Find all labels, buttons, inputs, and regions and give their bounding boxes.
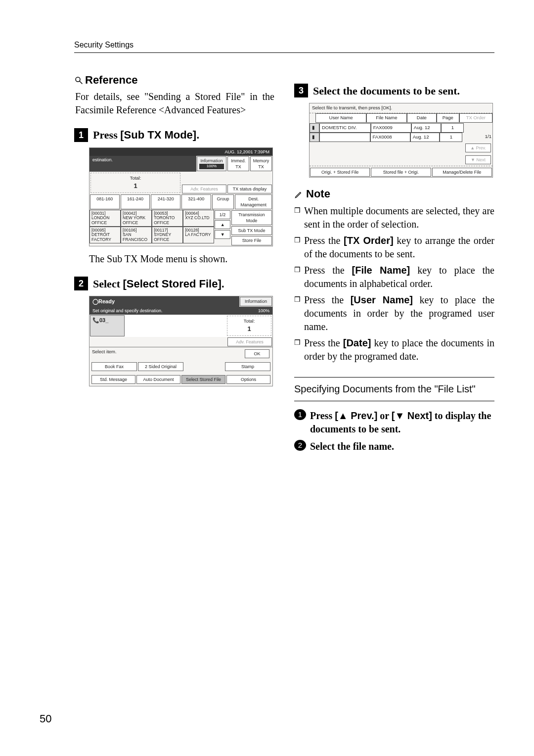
ss2-book-fax[interactable]: Book Fax — [91, 362, 137, 371]
ss3-row2-user[interactable] — [319, 133, 370, 142]
step3-text: Select the documents to be sent. — [313, 84, 460, 98]
ss1-dest-00095[interactable]: [00095]DETROIT FACTORY — [89, 227, 121, 243]
left-column: Reference For details, see "Sending a St… — [74, 73, 274, 457]
ss1-dest-00031[interactable]: [00031]LONDON OFFICE — [89, 210, 121, 227]
ss3-row1-page: 1 — [441, 123, 464, 133]
step2-button-label: [Select Stored File]. — [123, 278, 224, 290]
ss2-select-stored-file[interactable]: Select Stored File — [181, 375, 225, 384]
ss3-row2-check[interactable]: ▮ — [310, 133, 319, 142]
ss2-adv-features[interactable]: Adv. Features — [227, 337, 272, 346]
ss3-origi-plus-stored[interactable]: Origi. + Stored File — [310, 168, 370, 177]
step2-prefix: Select — [93, 278, 123, 290]
ss1-store-file[interactable]: Store File — [231, 236, 272, 245]
ss3-row1-check[interactable]: ▮ — [310, 123, 319, 133]
ss2-options[interactable]: Options — [226, 375, 270, 384]
ss3-col-page[interactable]: Page — [437, 113, 459, 123]
step-number-3: 3 — [294, 84, 308, 97]
ss3-col-file[interactable]: File Name — [366, 113, 407, 123]
ss3-row1-date: Aug. 12 — [411, 123, 441, 133]
ss2-select-item: Select item. — [92, 349, 117, 359]
ss1-total: Total: 1 — [90, 173, 180, 192]
ss3-row2-date: Aug. 12 — [410, 133, 440, 142]
ss1-dest-00106[interactable]: [00106]SAN FRANCISCO — [121, 227, 152, 243]
ss1-dest-00064[interactable]: [00064]XYZ CO.LTD — [183, 210, 214, 227]
ss3-prev[interactable]: ▲ Prev. — [465, 143, 491, 152]
ss3-row2-file: FAX0008 — [370, 133, 410, 142]
ss2-stamp[interactable]: Stamp — [225, 362, 270, 371]
ss3-row2-page: 1 — [440, 133, 462, 142]
ss1-pager: 1/2 — [215, 210, 230, 219]
circle-2-icon: 2 — [294, 440, 306, 451]
ss1-adv-features[interactable]: Adv. Features — [182, 185, 226, 193]
reference-heading: Reference — [74, 73, 274, 88]
page-number: 50 — [40, 711, 51, 726]
page-header: Security Settings — [74, 40, 494, 53]
screenshot-file-list: Select file to transmit, then press [OK]… — [309, 103, 493, 178]
note-item-5: ❒Press the [Date] key to place the docum… — [294, 336, 494, 363]
ss2-information[interactable]: Information — [240, 297, 272, 306]
step1-prefix: Press — [93, 129, 120, 141]
pencil-icon — [294, 190, 303, 199]
ss1-information[interactable]: Information100% — [197, 156, 226, 171]
reference-body: For details, see "Sending a Stored File"… — [75, 90, 274, 117]
ss1-page-down[interactable]: ▼ — [215, 230, 230, 239]
ss2-instruction: Set original and specify destination.100… — [89, 307, 272, 315]
ss3-manage-delete-file[interactable]: Manage/Delete File — [432, 168, 492, 177]
ss3-col-user[interactable]: User Name — [315, 113, 366, 123]
step-number-1: 1 — [74, 128, 88, 142]
ss2-dial-input[interactable]: 📞03_ — [90, 315, 125, 336]
step-number-2: 2 — [74, 277, 88, 290]
step-3: 3 Select the documents to be sent. — [294, 84, 494, 98]
note-list: ❒When multiple documents are selected, t… — [294, 204, 494, 363]
circle-1-icon: 1 — [294, 409, 306, 420]
step-1: 1 Press [Sub TX Mode]. — [74, 128, 274, 142]
step1-button-label: [Sub TX Mode]. — [120, 129, 199, 141]
ss3-col-date[interactable]: Date — [407, 113, 437, 123]
ss3-pager: 1/1 — [462, 133, 492, 142]
ss1-destination-bar: estination. — [89, 156, 196, 172]
right-column: 3 Select the documents to be sent. Selec… — [294, 73, 494, 457]
ss1-immed-tx[interactable]: Immed. TX — [227, 156, 249, 171]
ss3-instruction: Select file to transmit, then press [OK]… — [310, 103, 492, 113]
substep-2: 2 Select the file name. — [294, 440, 494, 453]
ss1-group[interactable]: Group — [212, 194, 234, 209]
ss1-memory-tx[interactable]: Memory TX — [250, 156, 272, 171]
ss2-ok[interactable]: OK — [245, 349, 269, 358]
ss1-range-2[interactable]: 161-240 — [121, 194, 150, 209]
ss1-dest-00042[interactable]: [00042]NEW YORK OFFICE — [121, 210, 152, 227]
ss3-stored-plus-origi[interactable]: Stored file + Origi. — [371, 168, 431, 177]
ss1-clock: AUG. 12,2001 7:39PM — [224, 149, 269, 155]
ss3-col-txorder[interactable]: TX Order — [459, 113, 492, 123]
ss2-2sided-original[interactable]: 2 Sided Original — [138, 362, 183, 371]
ss3-next[interactable]: ▼ Next — [465, 155, 491, 164]
ss1-dest-00117[interactable]: [00117]SYDNEY OFFICE — [152, 227, 183, 243]
ss1-page-up[interactable]: ▲ — [215, 220, 230, 229]
note-label: Note — [306, 188, 330, 200]
reference-label: Reference — [85, 74, 137, 86]
ss1-tx-status[interactable]: TX status display — [227, 185, 272, 193]
note-item-1: ❒When multiple documents are selected, t… — [294, 204, 494, 231]
ss1-range-4[interactable]: 321-400 — [181, 194, 211, 209]
ss2-ready-bar: ◯Ready — [89, 296, 239, 307]
magnifier-icon — [74, 76, 83, 85]
ss1-range-1[interactable]: 081-160 — [90, 194, 120, 209]
substep-1: 1 Press [▲ Prev.] or [▼ Next] to display… — [294, 409, 494, 436]
ss3-row1-file: FAX0009 — [371, 123, 411, 133]
screenshot-select-stored-file: ◯Ready Information Set original and spec… — [89, 296, 273, 386]
ss1-dest-00128[interactable]: [00128]LA FACTORY — [183, 227, 214, 243]
ss3-row1-user[interactable]: DOMESTIC DIV. — [319, 123, 371, 133]
ss1-transmission-mode[interactable]: Transmission Mode — [231, 210, 272, 225]
ss1-range-3[interactable]: 241-320 — [151, 194, 180, 209]
ss1-dest-00053[interactable]: [00053]TORONTO OFFICE — [152, 210, 183, 227]
ss1-dest-management[interactable]: Dest. Management — [235, 194, 272, 209]
ss1-sub-tx-mode[interactable]: Sub TX Mode — [231, 226, 272, 235]
subheading-file-list: Specifying Documents from the "File List… — [294, 377, 494, 401]
ss2-auto-document[interactable]: Auto Document — [136, 375, 180, 384]
step-2: 2 Select [Select Stored File]. — [74, 277, 274, 291]
screenshot-sub-tx-mode: AUG. 12,2001 7:39PM estination. Informat… — [89, 147, 273, 246]
note-item-2: ❒Press the [TX Order] key to arrange the… — [294, 234, 494, 261]
note-item-4: ❒Press the [User Name] key to place the … — [294, 293, 494, 333]
ss2-std-message[interactable]: Std. Message — [91, 375, 135, 384]
svg-line-1 — [80, 81, 83, 84]
note-item-3: ❒Press the [File Name] key to place the … — [294, 264, 494, 290]
